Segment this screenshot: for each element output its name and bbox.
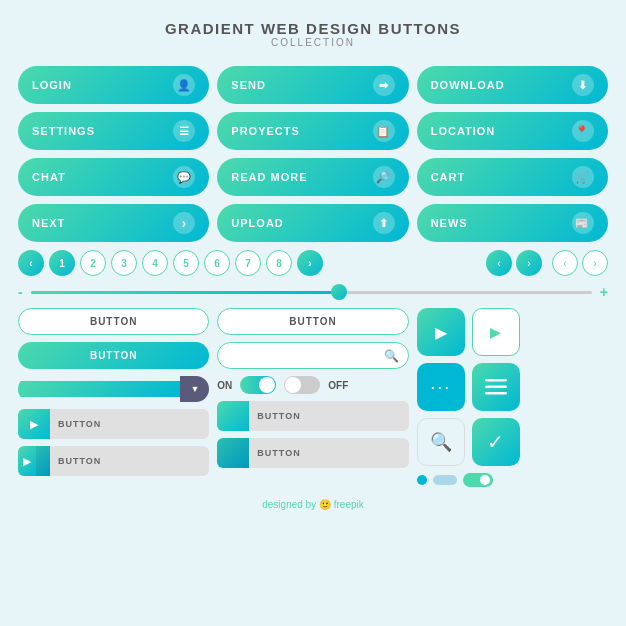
outline-arrow-pair: ‹ › xyxy=(552,250,608,276)
segmented-button-3[interactable]: BUTTON xyxy=(217,401,408,431)
projects-icon: 📋 xyxy=(373,120,395,142)
button-row-4: NEXT › UPLOAD ⬆ NEWS 📰 xyxy=(18,204,608,242)
upload-icon: ⬆ xyxy=(373,212,395,234)
settings-button[interactable]: SETTINGS ☰ xyxy=(18,112,209,150)
off-label: OFF xyxy=(328,380,348,391)
pill-indicator xyxy=(433,475,457,485)
download-icon: ⬇ xyxy=(572,74,594,96)
outline-button-2[interactable]: BUTTON xyxy=(217,308,408,335)
seg-text-2: BUTTON xyxy=(50,446,209,476)
settings-icon: ☰ xyxy=(173,120,195,142)
page-8-button[interactable]: 8 xyxy=(266,250,292,276)
off-toggle[interactable] xyxy=(284,376,320,394)
svg-rect-0 xyxy=(485,379,507,382)
toggle-dropdown-right[interactable]: ▼ xyxy=(180,376,209,402)
check-button[interactable]: ✓ xyxy=(472,418,520,466)
cart-icon: 🛒 xyxy=(572,166,594,188)
left-outline-arrow[interactable]: ‹ xyxy=(552,250,578,276)
download-button[interactable]: DOWNLOAD ⬇ xyxy=(417,66,608,104)
search-button-square[interactable]: 🔍 xyxy=(417,418,465,466)
footer: designed by 🙂 freepik xyxy=(262,499,364,510)
slider-thumb[interactable] xyxy=(331,284,347,300)
button-row-3: CHAT 💬 READ MORE 🔎 CART 🛒 xyxy=(18,158,608,196)
page-1-button[interactable]: 1 xyxy=(49,250,75,276)
mid-col: BUTTON 🔍 ON OFF BUTTON BUTTON xyxy=(217,308,408,487)
dropdown-arrow-icon: ▼ xyxy=(190,384,199,394)
prev-page-button[interactable]: ‹ xyxy=(18,250,44,276)
solid-button-1[interactable]: BUTTON xyxy=(18,342,209,369)
pagination: ‹ 1 2 3 4 5 6 7 8 › xyxy=(18,250,323,276)
send-icon: ➡ xyxy=(373,74,395,96)
send-button[interactable]: SEND ➡ xyxy=(217,66,408,104)
right-filled-arrow[interactable]: › xyxy=(516,250,542,276)
search-wrap: 🔍 xyxy=(217,342,408,369)
arrow-controls: ‹ › ‹ › xyxy=(486,250,608,276)
login-button[interactable]: LOGIN 👤 xyxy=(18,66,209,104)
dot-active xyxy=(417,475,427,485)
outline-button-1[interactable]: BUTTON xyxy=(18,308,209,335)
right-col: ▶ ▶ ··· 🔍 ✓ xyxy=(417,308,608,487)
segmented-button-1[interactable]: ▶ BUTTON xyxy=(18,409,209,439)
slider-max-label: + xyxy=(600,284,608,300)
page-6-button[interactable]: 6 xyxy=(204,250,230,276)
location-icon: 📍 xyxy=(572,120,594,142)
seg-text-1: BUTTON xyxy=(50,409,209,439)
dot-indicators xyxy=(417,473,608,487)
seg-text-4: BUTTON xyxy=(249,438,408,468)
seg-icon-1: ▶ xyxy=(18,409,50,439)
toggle-indicator xyxy=(463,473,493,487)
next-page-button[interactable]: › xyxy=(297,250,323,276)
news-icon: 📰 xyxy=(572,212,594,234)
button-row-2: SETTINGS ☰ PROYECTS 📋 LOCATION 📍 xyxy=(18,112,608,150)
menu-button[interactable] xyxy=(472,363,520,411)
page-5-button[interactable]: 5 xyxy=(173,250,199,276)
page-3-button[interactable]: 3 xyxy=(111,250,137,276)
dots-menu-row: ··· xyxy=(417,363,608,411)
page-2-button[interactable]: 2 xyxy=(80,250,106,276)
on-label: ON xyxy=(217,380,232,391)
filled-arrow-pair: ‹ › xyxy=(486,250,542,276)
on-toggle[interactable] xyxy=(240,376,276,394)
upload-button[interactable]: UPLOAD ⬆ xyxy=(217,204,408,242)
location-button[interactable]: LOCATION 📍 xyxy=(417,112,608,150)
seg-icon-2: ▶ xyxy=(18,446,36,476)
search-icon: 🔍 xyxy=(384,349,399,363)
play-button-gradient[interactable]: ▶ xyxy=(417,308,465,356)
left-filled-arrow[interactable]: ‹ xyxy=(486,250,512,276)
svg-rect-1 xyxy=(485,386,507,389)
toggle-dropdown-left xyxy=(18,381,180,397)
read-more-button[interactable]: READ MORE 🔎 xyxy=(217,158,408,196)
login-icon: 👤 xyxy=(173,74,195,96)
next-button[interactable]: NEXT › xyxy=(18,204,209,242)
chat-button[interactable]: CHAT 💬 xyxy=(18,158,209,196)
read-more-icon: 🔎 xyxy=(373,166,395,188)
search-input[interactable] xyxy=(217,342,408,369)
play-btn-row: ▶ ▶ xyxy=(417,308,608,356)
seg-text-3: BUTTON xyxy=(249,401,408,431)
svg-rect-2 xyxy=(485,392,507,395)
dots-button[interactable]: ··· xyxy=(417,363,465,411)
left-col: BUTTON BUTTON ▼ ▶ BUTTON ▶ BUTTON xyxy=(18,308,209,487)
projects-button[interactable]: PROYECTS 📋 xyxy=(217,112,408,150)
segmented-button-2[interactable]: ▶ BUTTON xyxy=(18,446,209,476)
toggle-dropdown[interactable]: ▼ xyxy=(18,376,209,402)
seg-icon-3 xyxy=(217,401,249,431)
off-knob xyxy=(285,377,301,393)
pagination-section: ‹ 1 2 3 4 5 6 7 8 › ‹ › ‹ › xyxy=(18,250,608,276)
right-outline-arrow[interactable]: › xyxy=(582,250,608,276)
cart-button[interactable]: CART 🛒 xyxy=(417,158,608,196)
chat-icon: 💬 xyxy=(173,166,195,188)
search-check-row: 🔍 ✓ xyxy=(417,418,608,466)
button-row-1: LOGIN 👤 SEND ➡ DOWNLOAD ⬇ xyxy=(18,66,608,104)
seg-icon-2b xyxy=(36,446,50,476)
page-4-button[interactable]: 4 xyxy=(142,250,168,276)
slider-track[interactable] xyxy=(31,291,592,294)
play-button-outline[interactable]: ▶ xyxy=(472,308,520,356)
page-7-button[interactable]: 7 xyxy=(235,250,261,276)
segmented-button-4[interactable]: BUTTON xyxy=(217,438,408,468)
page-title: GRADIENT WEB DESIGN BUTTONS COLLECTION xyxy=(165,20,461,48)
seg-icon-4 xyxy=(217,438,249,468)
slider-fill xyxy=(31,291,340,294)
news-button[interactable]: NEWS 📰 xyxy=(417,204,608,242)
next-icon: › xyxy=(173,212,195,234)
